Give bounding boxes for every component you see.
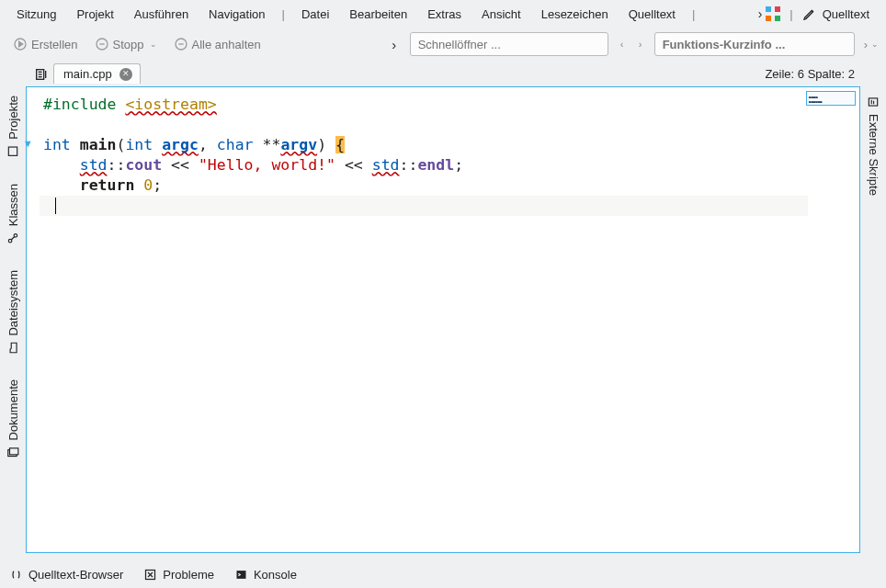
menu-datei[interactable]: Datei (292, 4, 338, 25)
edit-source-icon[interactable] (802, 6, 817, 21)
menubar-separator-3: | (784, 7, 798, 21)
menu-lesezeichen[interactable]: Lesezeichen (532, 4, 618, 25)
bottom-probleme[interactable]: Probleme (143, 568, 214, 582)
menu-bearbeiten[interactable]: Bearbeiten (340, 4, 416, 25)
tab-label: main.cpp (63, 67, 112, 81)
svg-rect-10 (8, 147, 17, 155)
fold-toggle-icon[interactable]: ▼ (25, 138, 36, 150)
document-list-icon[interactable] (33, 66, 50, 83)
toolbar-overflow-icon[interactable]: › (864, 38, 868, 51)
stop-all-button[interactable]: Alle anhalten (168, 33, 267, 55)
sidebar-item-klassen[interactable]: Klassen (6, 184, 20, 244)
cursor-status: Zeile: 6 Spalte: 2 (765, 67, 886, 81)
menu-ausfuehren[interactable]: Ausführen (125, 4, 198, 25)
menubar-separator: | (277, 7, 290, 21)
function-info-input[interactable] (654, 32, 855, 56)
tab-main-cpp[interactable]: main.cpp (53, 63, 141, 84)
stop-all-label: Alle anhalten (192, 38, 261, 51)
quick-open-input[interactable] (410, 32, 608, 56)
svg-rect-22 (236, 571, 245, 579)
build-button[interactable]: Erstellen (7, 33, 84, 55)
left-sidebar: Projekte Klassen Dateisystem Dokumente (0, 86, 26, 553)
chevron-down-icon: ⌄ (150, 40, 157, 49)
menubar-separator-2: | (687, 7, 700, 21)
nav-forward-icon[interactable]: › (384, 34, 404, 54)
quick-open-nav: ‹ › (614, 39, 649, 50)
svg-line-13 (11, 236, 15, 240)
sidebar-item-externe-skripte[interactable]: Externe Skripte (867, 96, 880, 196)
prev-icon[interactable]: ‹ (614, 39, 630, 50)
bottom-konsole[interactable]: Konsole (234, 568, 297, 582)
menubar: Sitzung Projekt Ausführen Navigation | D… (0, 0, 886, 28)
build-label: Erstellen (31, 38, 78, 51)
menubar-overflow-icon[interactable]: › (758, 6, 763, 21)
code-editor[interactable]: ▃▃▃▃▃▃▃▃▃▃ ▼ #include <iostream> int mai… (26, 86, 860, 553)
tab-bar: main.cpp Zeile: 6 Spalte: 2 (0, 61, 886, 86)
toolbar: Erstellen Stopp ⌄ Alle anhalten › ‹ › › … (0, 28, 886, 61)
svg-rect-15 (10, 448, 18, 455)
bottom-bar: Quelltext-Browser Probleme Konsole (0, 560, 886, 588)
current-line-highlight (40, 196, 808, 216)
right-sidebar: Externe Skripte (860, 86, 886, 553)
bottom-quelltext-browser[interactable]: Quelltext-Browser (9, 568, 123, 582)
menu-quelltext[interactable]: Quelltext (619, 4, 685, 25)
menu-sitzung[interactable]: Sitzung (7, 4, 65, 25)
menu-extras[interactable]: Extras (418, 4, 471, 25)
menu-projekt[interactable]: Projekt (67, 4, 122, 25)
stop-button[interactable]: Stopp ⌄ (89, 33, 163, 55)
next-icon[interactable]: › (632, 39, 649, 50)
menu-quelltext-right[interactable]: Quelltext (821, 4, 879, 25)
sidebar-item-projekte[interactable]: Projekte (6, 96, 20, 158)
menu-navigation[interactable]: Navigation (199, 4, 274, 25)
color-scheme-icon[interactable] (766, 6, 780, 21)
tab-close-icon[interactable] (119, 68, 132, 81)
sidebar-item-dokumente[interactable]: Dokumente (6, 379, 20, 458)
svg-point-12 (14, 233, 17, 236)
stop-label: Stopp (113, 38, 144, 51)
text-cursor (55, 198, 56, 214)
sidebar-item-dateisystem[interactable]: Dateisystem (6, 270, 20, 355)
menu-ansicht[interactable]: Ansicht (472, 4, 530, 25)
toolbar-dropdown-icon[interactable]: ⌄ (871, 40, 879, 49)
